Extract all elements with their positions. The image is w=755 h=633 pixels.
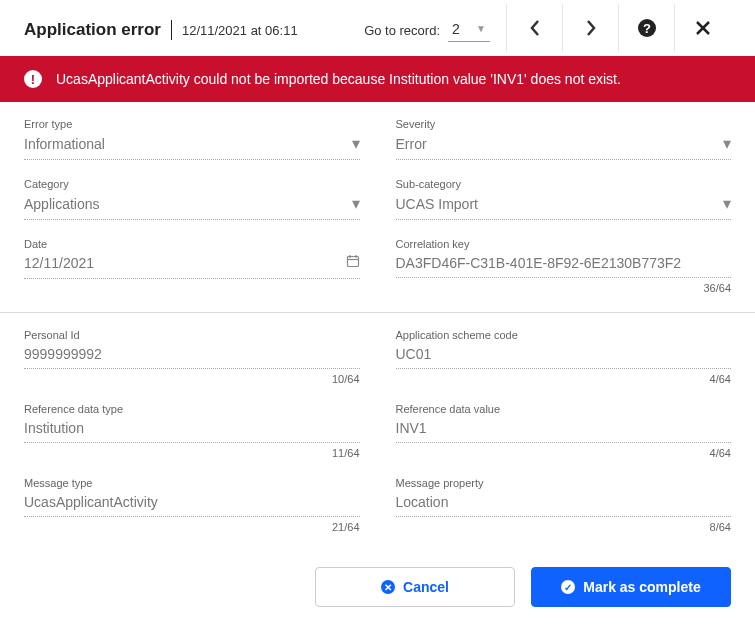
cancel-icon: ✕ <box>381 580 395 594</box>
alert-icon: ! <box>24 70 42 88</box>
form-section-2: Personal Id 9999999992 10/64 Application… <box>0 329 755 533</box>
application-scheme-code-input[interactable]: UC01 <box>396 345 732 369</box>
error-type-dropdown[interactable]: Informational ▾ <box>24 134 360 160</box>
error-banner-message: UcasApplicantActivity could not be impor… <box>56 71 621 87</box>
close-button[interactable] <box>675 4 731 52</box>
field-personal-id: Personal Id 9999999992 10/64 <box>24 329 360 385</box>
record-timestamp: 12/11/2021 at 06:11 <box>182 23 298 38</box>
correlation-key-input[interactable]: DA3FD46F-C31B-401E-8F92-6E2130B773F2 <box>396 254 732 278</box>
goto-record-label: Go to record: <box>364 23 440 38</box>
nav-button-group: ? <box>506 4 731 52</box>
field-message-property: Message property Location 8/64 <box>396 477 732 533</box>
help-button[interactable]: ? <box>619 4 675 52</box>
field-application-scheme-code: Application scheme code UC01 4/64 <box>396 329 732 385</box>
char-counter: 10/64 <box>24 373 360 385</box>
check-icon: ✓ <box>561 580 575 594</box>
field-label: Reference data type <box>24 403 360 415</box>
char-counter: 36/64 <box>396 282 732 294</box>
caret-down-icon: ▼ <box>476 23 486 34</box>
chevron-down-icon: ▾ <box>352 194 360 213</box>
field-value: DA3FD46F-C31B-401E-8F92-6E2130B773F2 <box>396 255 732 271</box>
mark-complete-button-label: Mark as complete <box>583 579 701 595</box>
field-reference-data-value: Reference data value INV1 4/64 <box>396 403 732 459</box>
title-divider <box>171 20 172 40</box>
goto-record-value: 2 <box>452 21 460 37</box>
field-label: Personal Id <box>24 329 360 341</box>
char-counter: 4/64 <box>396 373 732 385</box>
field-label: Date <box>24 238 360 250</box>
field-value: Informational <box>24 136 352 152</box>
sub-category-dropdown[interactable]: UCAS Import ▾ <box>396 194 732 220</box>
field-value: UcasApplicantActivity <box>24 494 360 510</box>
field-label: Sub-category <box>396 178 732 190</box>
field-sub-category: Sub-category UCAS Import ▾ <box>396 178 732 220</box>
field-label: Category <box>24 178 360 190</box>
char-counter: 8/64 <box>396 521 732 533</box>
header: Application error 12/11/2021 at 06:11 Go… <box>0 0 755 56</box>
category-dropdown[interactable]: Applications ▾ <box>24 194 360 220</box>
field-value: INV1 <box>396 420 732 436</box>
severity-dropdown[interactable]: Error ▾ <box>396 134 732 160</box>
section-divider <box>0 312 755 313</box>
field-message-type: Message type UcasApplicantActivity 21/64 <box>24 477 360 533</box>
chevron-left-icon <box>528 18 542 38</box>
field-value: 9999999992 <box>24 346 360 362</box>
char-counter: 11/64 <box>24 447 360 459</box>
field-error-type: Error type Informational ▾ <box>24 118 360 160</box>
field-value: Institution <box>24 420 360 436</box>
footer: ✕ Cancel ✓ Mark as complete <box>0 551 755 627</box>
field-value: Applications <box>24 196 352 212</box>
field-value: Location <box>396 494 732 510</box>
field-label: Error type <box>24 118 360 130</box>
field-value: UC01 <box>396 346 732 362</box>
help-icon: ? <box>637 18 657 38</box>
field-label: Severity <box>396 118 732 130</box>
cancel-button-label: Cancel <box>403 579 449 595</box>
chevron-right-icon <box>584 18 598 38</box>
field-date: Date 12/11/2021 <box>24 238 360 294</box>
personal-id-input[interactable]: 9999999992 <box>24 345 360 369</box>
form-section-1: Error type Informational ▾ Severity Erro… <box>0 102 755 294</box>
close-icon <box>695 20 711 36</box>
date-input[interactable]: 12/11/2021 <box>24 254 360 279</box>
field-label: Application scheme code <box>396 329 732 341</box>
svg-rect-4 <box>347 257 358 267</box>
field-severity: Severity Error ▾ <box>396 118 732 160</box>
prev-record-button[interactable] <box>507 4 563 52</box>
field-label: Message type <box>24 477 360 489</box>
mark-complete-button[interactable]: ✓ Mark as complete <box>531 567 731 607</box>
reference-data-type-input[interactable]: Institution <box>24 419 360 443</box>
reference-data-value-input[interactable]: INV1 <box>396 419 732 443</box>
field-category: Category Applications ▾ <box>24 178 360 220</box>
next-record-button[interactable] <box>563 4 619 52</box>
chevron-down-icon: ▾ <box>723 134 731 153</box>
calendar-icon <box>346 254 360 272</box>
field-label: Reference data value <box>396 403 732 415</box>
field-value: 12/11/2021 <box>24 255 346 271</box>
chevron-down-icon: ▾ <box>723 194 731 213</box>
page-title: Application error <box>24 20 161 40</box>
goto-record-dropdown[interactable]: 2 ▼ <box>448 19 490 42</box>
field-value: Error <box>396 136 724 152</box>
field-correlation-key: Correlation key DA3FD46F-C31B-401E-8F92-… <box>396 238 732 294</box>
message-type-input[interactable]: UcasApplicantActivity <box>24 493 360 517</box>
field-label: Correlation key <box>396 238 732 250</box>
chevron-down-icon: ▾ <box>352 134 360 153</box>
field-label: Message property <box>396 477 732 489</box>
error-banner: ! UcasApplicantActivity could not be imp… <box>0 56 755 102</box>
cancel-button[interactable]: ✕ Cancel <box>315 567 515 607</box>
field-value: UCAS Import <box>396 196 724 212</box>
char-counter: 4/64 <box>396 447 732 459</box>
message-property-input[interactable]: Location <box>396 493 732 517</box>
svg-text:?: ? <box>643 21 651 36</box>
char-counter: 21/64 <box>24 521 360 533</box>
field-reference-data-type: Reference data type Institution 11/64 <box>24 403 360 459</box>
app-root: Application error 12/11/2021 at 06:11 Go… <box>0 0 755 633</box>
